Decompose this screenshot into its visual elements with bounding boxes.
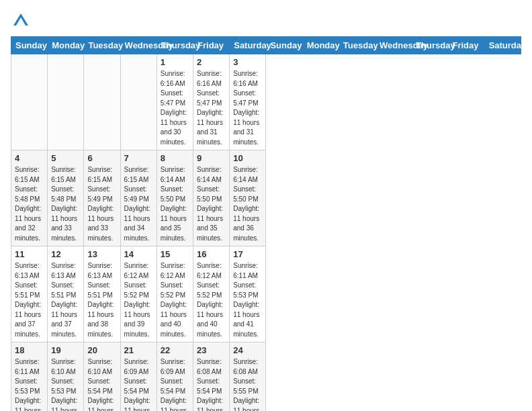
day-number: 2	[197, 57, 226, 67]
day-info: Sunrise: 6:14 AM Sunset: 5:50 PM Dayligh…	[161, 165, 189, 243]
day-info: Sunrise: 6:12 AM Sunset: 5:52 PM Dayligh…	[161, 261, 189, 339]
day-info: Sunrise: 6:09 AM Sunset: 5:54 PM Dayligh…	[124, 357, 153, 411]
calendar-week-1: 1Sunrise: 6:16 AM Sunset: 5:47 PM Daylig…	[11, 54, 521, 150]
calendar-cell: 18Sunrise: 6:11 AM Sunset: 5:53 PM Dayli…	[11, 342, 48, 412]
day-number: 10	[233, 153, 262, 163]
day-info: Sunrise: 6:14 AM Sunset: 5:50 PM Dayligh…	[197, 165, 226, 243]
day-number: 18	[15, 345, 44, 355]
calendar-cell: 12Sunrise: 6:13 AM Sunset: 5:51 PM Dayli…	[48, 246, 84, 342]
day-info: Sunrise: 6:09 AM Sunset: 5:54 PM Dayligh…	[161, 357, 189, 411]
day-info: Sunrise: 6:08 AM Sunset: 5:55 PM Dayligh…	[233, 357, 262, 411]
calendar-cell: 14Sunrise: 6:12 AM Sunset: 5:52 PM Dayli…	[120, 246, 157, 342]
day-info: Sunrise: 6:13 AM Sunset: 5:51 PM Dayligh…	[87, 261, 116, 339]
col-header-tuesday: Tuesday	[84, 37, 120, 54]
day-number: 14	[124, 249, 153, 259]
day-number: 5	[51, 153, 80, 163]
col-header-wednesday: Wednesday	[120, 37, 157, 54]
calendar-cell	[48, 54, 84, 150]
day-info: Sunrise: 6:10 AM Sunset: 5:53 PM Dayligh…	[51, 357, 80, 411]
col-header-thursday: Thursday	[157, 37, 193, 54]
day-number: 22	[161, 345, 189, 355]
day-number: 17	[233, 249, 262, 259]
calendar-header-row: SundayMondayTuesdayWednesdayThursdayFrid…	[11, 37, 521, 54]
calendar-cell: 15Sunrise: 6:12 AM Sunset: 5:52 PM Dayli…	[157, 246, 193, 342]
day-info: Sunrise: 6:16 AM Sunset: 5:47 PM Dayligh…	[197, 69, 226, 147]
day-number: 9	[197, 153, 226, 163]
calendar-cell: 16Sunrise: 6:12 AM Sunset: 5:52 PM Dayli…	[193, 246, 230, 342]
day-info: Sunrise: 6:15 AM Sunset: 5:48 PM Dayligh…	[15, 165, 44, 243]
logo	[11, 11, 34, 31]
col-header-saturday: Saturday	[484, 37, 521, 54]
calendar-cell: 17Sunrise: 6:11 AM Sunset: 5:53 PM Dayli…	[230, 246, 266, 342]
day-number: 24	[233, 345, 262, 355]
col-header-monday: Monday	[48, 37, 84, 54]
col-header-sunday: Sunday	[11, 37, 48, 54]
day-number: 16	[197, 249, 226, 259]
calendar-cell: 8Sunrise: 6:14 AM Sunset: 5:50 PM Daylig…	[157, 150, 193, 246]
calendar-cell: 6Sunrise: 6:15 AM Sunset: 5:49 PM Daylig…	[84, 150, 120, 246]
calendar-cell	[120, 54, 157, 150]
calendar-cell: 11Sunrise: 6:13 AM Sunset: 5:51 PM Dayli…	[11, 246, 48, 342]
day-number: 21	[124, 345, 153, 355]
day-number: 1	[161, 57, 189, 67]
calendar-cell: 9Sunrise: 6:14 AM Sunset: 5:50 PM Daylig…	[193, 150, 230, 246]
day-info: Sunrise: 6:15 AM Sunset: 5:48 PM Dayligh…	[51, 165, 80, 243]
calendar-table: SundayMondayTuesdayWednesdayThursdayFrid…	[11, 36, 521, 411]
col-header-wednesday: Wednesday	[375, 37, 412, 54]
day-number: 3	[233, 57, 262, 67]
calendar-cell: 7Sunrise: 6:15 AM Sunset: 5:49 PM Daylig…	[120, 150, 157, 246]
calendar-cell: 23Sunrise: 6:08 AM Sunset: 5:54 PM Dayli…	[193, 342, 230, 412]
col-header-saturday: Saturday	[230, 37, 266, 54]
calendar-cell: 24Sunrise: 6:08 AM Sunset: 5:55 PM Dayli…	[230, 342, 266, 412]
page-header	[11, 11, 521, 31]
col-header-friday: Friday	[193, 37, 230, 54]
col-header-monday: Monday	[302, 37, 339, 54]
calendar-week-3: 11Sunrise: 6:13 AM Sunset: 5:51 PM Dayli…	[11, 246, 521, 342]
calendar-cell: 5Sunrise: 6:15 AM Sunset: 5:48 PM Daylig…	[48, 150, 84, 246]
day-number: 7	[124, 153, 153, 163]
calendar-cell: 2Sunrise: 6:16 AM Sunset: 5:47 PM Daylig…	[193, 54, 230, 150]
calendar-week-2: 4Sunrise: 6:15 AM Sunset: 5:48 PM Daylig…	[11, 150, 521, 246]
day-info: Sunrise: 6:11 AM Sunset: 5:53 PM Dayligh…	[233, 261, 262, 339]
day-number: 15	[161, 249, 189, 259]
day-number: 19	[51, 345, 80, 355]
calendar-cell: 13Sunrise: 6:13 AM Sunset: 5:51 PM Dayli…	[84, 246, 120, 342]
logo-icon	[11, 11, 31, 31]
calendar-cell	[84, 54, 120, 150]
day-info: Sunrise: 6:13 AM Sunset: 5:51 PM Dayligh…	[51, 261, 80, 339]
day-info: Sunrise: 6:12 AM Sunset: 5:52 PM Dayligh…	[124, 261, 153, 339]
col-header-thursday: Thursday	[412, 37, 448, 54]
day-info: Sunrise: 6:14 AM Sunset: 5:50 PM Dayligh…	[233, 165, 262, 243]
day-number: 4	[15, 153, 44, 163]
calendar-cell: 19Sunrise: 6:10 AM Sunset: 5:53 PM Dayli…	[48, 342, 84, 412]
day-info: Sunrise: 6:11 AM Sunset: 5:53 PM Dayligh…	[15, 357, 44, 411]
day-info: Sunrise: 6:12 AM Sunset: 5:52 PM Dayligh…	[197, 261, 226, 339]
calendar-cell: 1Sunrise: 6:16 AM Sunset: 5:47 PM Daylig…	[157, 54, 193, 150]
col-header-sunday: Sunday	[266, 37, 302, 54]
day-number: 8	[161, 153, 189, 163]
calendar-week-4: 18Sunrise: 6:11 AM Sunset: 5:53 PM Dayli…	[11, 342, 521, 412]
day-number: 20	[87, 345, 116, 355]
day-number: 12	[51, 249, 80, 259]
day-info: Sunrise: 6:10 AM Sunset: 5:54 PM Dayligh…	[87, 357, 116, 411]
calendar-cell	[11, 54, 48, 150]
day-info: Sunrise: 6:16 AM Sunset: 5:47 PM Dayligh…	[233, 69, 262, 147]
calendar-cell: 22Sunrise: 6:09 AM Sunset: 5:54 PM Dayli…	[157, 342, 193, 412]
day-number: 13	[87, 249, 116, 259]
day-info: Sunrise: 6:15 AM Sunset: 5:49 PM Dayligh…	[124, 165, 153, 243]
day-info: Sunrise: 6:16 AM Sunset: 5:47 PM Dayligh…	[161, 69, 189, 147]
day-info: Sunrise: 6:13 AM Sunset: 5:51 PM Dayligh…	[15, 261, 44, 339]
calendar-cell: 3Sunrise: 6:16 AM Sunset: 5:47 PM Daylig…	[230, 54, 266, 150]
col-header-friday: Friday	[448, 37, 484, 54]
day-info: Sunrise: 6:08 AM Sunset: 5:54 PM Dayligh…	[197, 357, 226, 411]
calendar-cell: 10Sunrise: 6:14 AM Sunset: 5:50 PM Dayli…	[230, 150, 266, 246]
calendar-cell: 4Sunrise: 6:15 AM Sunset: 5:48 PM Daylig…	[11, 150, 48, 246]
day-info: Sunrise: 6:15 AM Sunset: 5:49 PM Dayligh…	[87, 165, 116, 243]
calendar-cell: 21Sunrise: 6:09 AM Sunset: 5:54 PM Dayli…	[120, 342, 157, 412]
day-number: 11	[15, 249, 44, 259]
day-number: 23	[197, 345, 226, 355]
day-number: 6	[87, 153, 116, 163]
col-header-tuesday: Tuesday	[339, 37, 375, 54]
calendar-cell: 20Sunrise: 6:10 AM Sunset: 5:54 PM Dayli…	[84, 342, 120, 412]
